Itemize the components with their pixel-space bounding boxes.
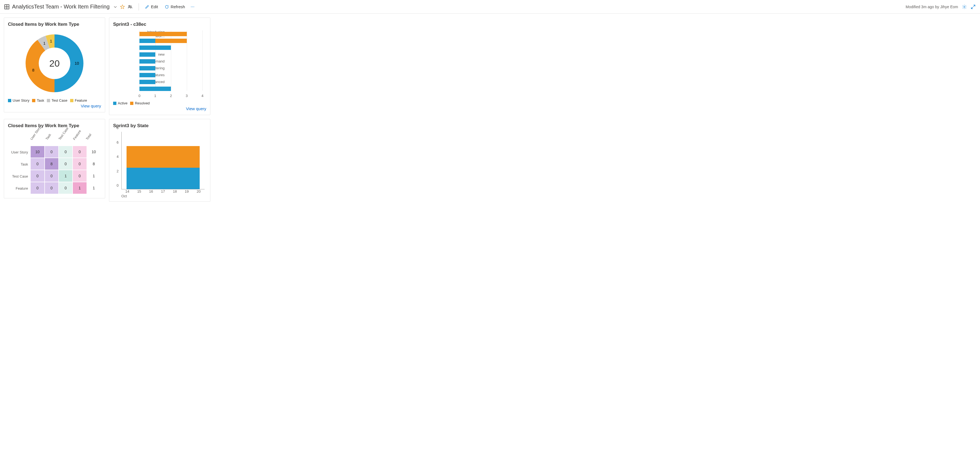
hbar-row: high demand — [139, 58, 206, 65]
svg-line-10 — [974, 5, 975, 6]
pivot-cell[interactable]: 8 — [87, 158, 101, 170]
area-xtick: 20 — [193, 190, 205, 197]
legend-item[interactable]: Task — [32, 99, 44, 102]
pivot-cell[interactable]: 0 — [73, 158, 87, 170]
area-xtick: 16 — [145, 190, 157, 197]
widget-sprint3-by-state: Sprint3 by State 02468 14151617181920 Oc… — [109, 119, 210, 202]
area-xtick: 17 — [157, 190, 169, 197]
view-query-link[interactable]: View query — [113, 106, 206, 111]
hbar-row: features — [139, 72, 206, 78]
legend-label: User Story — [13, 99, 29, 102]
hbar-segment-active[interactable] — [139, 73, 155, 77]
topbar-right: Modified 3m ago by Jihye Eom — [906, 5, 975, 9]
hbar-segment-active[interactable] — [139, 46, 171, 50]
hbar-segment-active[interactable] — [139, 87, 171, 91]
widget-title: Closed Items by Work Item Type — [8, 22, 101, 27]
pivot-cell[interactable]: 0 — [45, 182, 59, 194]
edit-label: Edit — [151, 5, 158, 9]
pivot-cell[interactable]: 0 — [31, 170, 45, 182]
divider — [138, 3, 139, 10]
legend-item[interactable]: User Story — [8, 99, 29, 102]
widget-closed-items-pivot: Closed Items by Work Item Type User Stor… — [4, 119, 105, 198]
hbar-segment-resolved[interactable] — [155, 39, 187, 43]
pivot-cell[interactable]: 0 — [31, 158, 45, 170]
legend-label: Active — [118, 101, 127, 105]
hbar-xtick: 3 — [186, 94, 188, 98]
svg-point-7 — [192, 6, 193, 7]
fullscreen-icon[interactable] — [971, 5, 975, 9]
svg-point-4 — [129, 5, 130, 6]
hbar-segment-active[interactable] — [139, 59, 155, 64]
modified-text: Modified 3m ago by Jihye Eom — [906, 5, 958, 9]
hbar-track — [139, 53, 206, 57]
pivot-cell[interactable]: 0 — [45, 146, 59, 158]
hbar-segment-active[interactable] — [139, 80, 155, 84]
pivot-cell[interactable]: 0 — [59, 158, 73, 170]
pivot-cell[interactable]: 10 — [87, 146, 101, 158]
pivot-cell[interactable]: 8 — [45, 158, 59, 170]
chevron-down-icon[interactable] — [113, 5, 117, 9]
hbar-row: (blank) — [139, 44, 206, 51]
area-ytick: 8 — [117, 126, 119, 130]
more-icon[interactable] — [190, 5, 195, 9]
hbar-track — [139, 32, 206, 36]
pivot-col-header: User Story — [30, 126, 49, 146]
favorite-star-icon[interactable] — [120, 5, 125, 9]
pivot-cell[interactable]: 0 — [31, 182, 45, 194]
pivot-col-header: Total — [85, 128, 103, 146]
pivot-cell[interactable]: 1 — [87, 170, 101, 182]
widget-title: Sprint3 - c38ec — [113, 22, 206, 27]
hbar-segment-resolved[interactable] — [139, 32, 187, 36]
pivot-cell[interactable]: 0 — [73, 170, 87, 182]
topbar: AnalyticsTest Team - Work Item Filtering… — [0, 0, 980, 14]
svg-point-6 — [191, 6, 192, 7]
pivot-table: User StoryTaskTest CaseFeatureTotalUser … — [8, 133, 101, 194]
pivot-cell[interactable]: 0 — [59, 146, 73, 158]
pivot-cell[interactable]: 0 — [73, 146, 87, 158]
pivot-cell[interactable]: 0 — [59, 182, 73, 194]
donut-slice-value: 1 — [50, 39, 52, 43]
refresh-button[interactable]: Refresh — [165, 5, 185, 9]
area-series-active[interactable] — [127, 168, 200, 189]
hbar-xtick: 0 — [138, 94, 140, 98]
hbar-segment-active[interactable] — [139, 39, 155, 43]
widget-title: Sprint3 by State — [113, 123, 206, 129]
hbar-segment-active[interactable] — [139, 53, 155, 57]
pivot-cell[interactable]: 10 — [31, 146, 45, 158]
pivot-cell[interactable]: 1 — [87, 182, 101, 194]
donut-slice-value: 8 — [32, 68, 34, 72]
area-ytick: 0 — [117, 183, 119, 188]
legend-item[interactable]: Active — [113, 101, 127, 105]
hbar-row: filtering — [139, 65, 206, 72]
area-ytick: 6 — [117, 140, 119, 144]
svg-point-8 — [194, 6, 194, 7]
area-chart[interactable]: 02468 14151617181920 Oct — [113, 132, 206, 197]
view-query-link[interactable]: View query — [8, 104, 101, 108]
refresh-label: Refresh — [171, 5, 185, 9]
pivot-row-label: Test Case — [8, 170, 31, 182]
table-row: User Story1000010 — [8, 146, 101, 158]
hbar-track — [139, 66, 206, 70]
settings-icon[interactable] — [962, 5, 967, 9]
svg-marker-3 — [121, 5, 125, 8]
team-icon[interactable] — [127, 5, 132, 9]
svg-point-9 — [964, 6, 965, 7]
area-xtick: 15 — [133, 190, 145, 197]
edit-icon — [145, 5, 149, 9]
hbar-chart[interactable]: Introducing Wor...feedback(blank)newhigh… — [113, 30, 206, 99]
legend-swatch — [32, 99, 35, 102]
legend-item[interactable]: Feature — [70, 99, 87, 102]
pivot-cell[interactable]: 1 — [73, 182, 87, 194]
edit-button[interactable]: Edit — [145, 5, 158, 9]
legend-item[interactable]: Test Case — [47, 99, 67, 102]
pivot-cell[interactable]: 1 — [59, 170, 73, 182]
hbar-track — [139, 80, 206, 84]
hbar-segment-active[interactable] — [139, 66, 155, 70]
table-row: Feature00011 — [8, 182, 101, 194]
legend-item[interactable]: Resolved — [130, 101, 150, 105]
area-ytick: 4 — [117, 154, 119, 159]
area-series-resolved[interactable] — [127, 146, 200, 167]
hbar-legend: ActiveResolved — [113, 101, 206, 105]
donut-chart[interactable]: 10811 20 — [22, 30, 88, 96]
pivot-cell[interactable]: 0 — [45, 170, 59, 182]
